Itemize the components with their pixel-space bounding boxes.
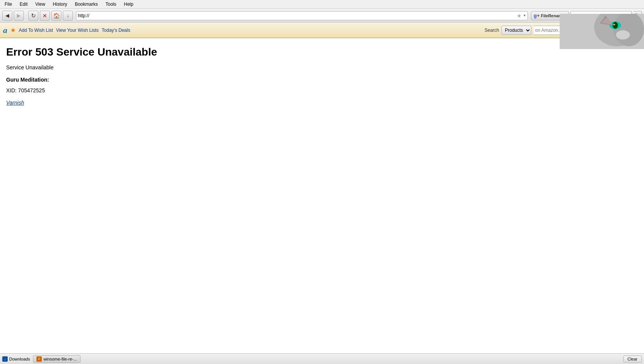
varnish-link[interactable]: Varnish (6, 100, 24, 106)
amazon-toolbar: a ★ Add To Wish List View Your Wish List… (0, 23, 644, 38)
forward-button[interactable]: ▶ (14, 11, 24, 21)
todays-deals-link[interactable]: Today's Deals (102, 28, 130, 33)
guru-meditation-label: Guru Meditation: (6, 77, 638, 83)
back-button[interactable]: ◀ (2, 11, 12, 21)
menu-bookmarks[interactable]: Bookmarks (73, 1, 99, 8)
url-input[interactable] (78, 13, 516, 18)
downloads-button[interactable]: ↓ (63, 11, 73, 21)
menu-history[interactable]: History (51, 1, 69, 8)
browser-search-area: g + FileRenamer 🔍 (531, 11, 642, 20)
menu-file[interactable]: File (3, 1, 13, 8)
browser-search-button[interactable]: 🔍 (633, 11, 642, 20)
nav-toolbar: ◀ ▶ ↻ ✕ 🏠 ↓ ★ ▼ g + FileRenamer 🔍 (0, 9, 644, 23)
xid-value: XID: 705472525 (6, 87, 638, 93)
service-unavailable-text: Service Unavailable (6, 64, 638, 71)
url-bar-container: ★ ▼ (76, 11, 528, 20)
search-engine-logo[interactable]: g + FileRenamer (531, 11, 569, 20)
menu-tools[interactable]: Tools (104, 1, 118, 8)
amazon-search-area: Search Products (485, 26, 641, 35)
menu-help[interactable]: Help (122, 1, 135, 8)
menu-edit[interactable]: Edit (18, 1, 29, 8)
browser-search-input[interactable] (570, 11, 632, 20)
search-label: Search (485, 28, 499, 33)
amazon-logo: a (3, 25, 7, 35)
amazon-search-input[interactable] (534, 26, 641, 35)
url-dropdown-arrow[interactable]: ▼ (523, 14, 526, 17)
main-content: Error 503 Service Unavailable Service Un… (0, 38, 644, 268)
menu-view[interactable]: View (34, 1, 47, 8)
search-engine-name: FileRenamer (541, 13, 566, 18)
view-wish-lists-link[interactable]: View Your Wish Lists (56, 28, 99, 33)
error-heading: Error 503 Service Unavailable (6, 46, 638, 58)
bookmark-star[interactable]: ★ (516, 13, 523, 19)
reload-button[interactable]: ↻ (28, 11, 38, 21)
home-button[interactable]: 🏠 (51, 11, 61, 21)
menu-bar: File Edit View History Bookmarks Tools H… (0, 0, 644, 9)
search-category-dropdown[interactable]: Products (501, 26, 531, 35)
wishlist-star-icon: ★ (10, 26, 16, 34)
stop-button[interactable]: ✕ (40, 11, 50, 21)
add-to-wishlist-link[interactable]: Add To Wish List (19, 28, 53, 33)
